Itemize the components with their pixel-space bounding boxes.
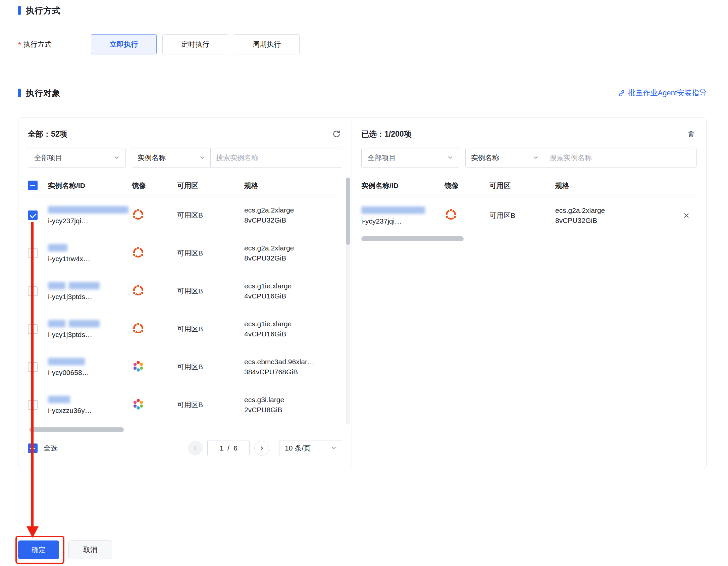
- chevron-down-icon: [114, 154, 119, 162]
- remove-instance-icon[interactable]: [681, 210, 692, 221]
- row-checkbox[interactable]: [28, 248, 38, 258]
- instance-name-redacted: [48, 244, 67, 251]
- link-label: 批量作业Agent安装指导: [628, 88, 707, 98]
- euleros-os-icon: [132, 360, 145, 373]
- next-page-button[interactable]: [254, 441, 269, 456]
- spec-flavor: ecs.g2a.2xlarge: [244, 243, 342, 253]
- selected-panel: 已选：1/200项 全部项目 实例名称: [352, 118, 706, 469]
- instance-name-redacted: [69, 320, 100, 327]
- spec-flavor: ecs.g2a.2xlarge: [555, 205, 661, 216]
- spec-size: 8vCPU32GiB: [244, 215, 342, 225]
- instance-name-redacted: [48, 282, 65, 289]
- availability-zone: 可用区B: [177, 400, 244, 410]
- section-execution-method: 执行方式: [18, 5, 728, 15]
- source-search-group: 实例名称: [132, 148, 342, 168]
- vertical-scrollbar[interactable]: [346, 177, 350, 425]
- instance-row[interactable]: i-ycy1j3ptds… 可用区B ecs.g1ie.xlarge 4vCPU…: [28, 272, 342, 310]
- instance-row[interactable]: i-ycy237jqi… 可用区B ecs.g2a.2xlarge 8vCPU3…: [28, 196, 342, 234]
- project-filter-dropdown[interactable]: 全部项目: [28, 148, 126, 168]
- select-all-checkbox[interactable]: [28, 443, 38, 453]
- instance-row[interactable]: i-ycy1trw4x… 可用区B ecs.g2a.2xlarge 8vCPU3…: [28, 234, 342, 272]
- spec-flavor: ecs.g2a.2xlarge: [244, 205, 342, 215]
- refresh-icon[interactable]: [331, 128, 342, 140]
- scrollbar-thumb[interactable]: [361, 236, 464, 241]
- instance-row[interactable]: i-ycy1j3ptds… 可用区B ecs.g1ie.xlarge 4vCPU…: [28, 310, 342, 348]
- source-filter-row: 全部项目 实例名称: [28, 148, 342, 168]
- availability-zone: 可用区B: [177, 210, 244, 220]
- euleros-os-icon: [132, 398, 145, 411]
- spec-flavor: ecs.g3i.large: [244, 395, 342, 405]
- column-name-id: 实例名称/ID: [48, 181, 132, 190]
- project-filter-dropdown[interactable]: 全部项目: [361, 148, 459, 168]
- section-accent-bar: [18, 89, 21, 97]
- ubuntu-os-icon: [445, 208, 457, 221]
- spec-size: 384vCPU768GiB: [244, 367, 342, 377]
- spec-size: 4vCPU16GiB: [244, 329, 342, 339]
- column-image: 镜像: [132, 181, 177, 190]
- instance-id: i-ycy1trw4x…: [48, 255, 132, 263]
- selected-filter-row: 全部项目 实例名称: [361, 148, 697, 168]
- annotation-arrow-head: [27, 526, 39, 538]
- instance-search-input[interactable]: [211, 148, 342, 167]
- option-immediate-execution[interactable]: 立即执行: [91, 34, 157, 54]
- option-scheduled-execution[interactable]: 定时执行: [162, 34, 228, 54]
- instance-search-input[interactable]: [544, 148, 696, 167]
- selected-instance-row[interactable]: i-ycy237jqi… 可用区B ecs.g2a.2xlarge 8vCPU3…: [361, 196, 697, 234]
- instance-id: i-ycy237jqi…: [361, 217, 445, 225]
- availability-zone: 可用区B: [177, 286, 244, 296]
- select-page-checkbox[interactable]: [28, 181, 38, 190]
- spec-size: 8vCPU32GiB: [244, 253, 342, 263]
- horizontal-scrollbar[interactable]: [361, 236, 697, 241]
- cancel-button[interactable]: 取消: [68, 540, 112, 559]
- search-field-dropdown[interactable]: 实例名称: [466, 148, 544, 167]
- row-checkbox[interactable]: [28, 286, 38, 296]
- row-checkbox[interactable]: [28, 210, 38, 220]
- prev-page-button[interactable]: [188, 441, 203, 456]
- instance-name-redacted: [48, 396, 70, 403]
- spec-flavor: ecs.g1ie.xlarge: [244, 319, 342, 329]
- row-checkbox[interactable]: [28, 362, 38, 372]
- section-title: 执行对象: [26, 88, 61, 99]
- instance-id: i-ycxzzu36y…: [48, 407, 132, 415]
- instance-id: i-ycy1j3ptds…: [48, 331, 132, 339]
- horizontal-scrollbar[interactable]: [28, 427, 342, 432]
- required-asterisk: *: [18, 41, 21, 49]
- option-periodic-execution[interactable]: 周期执行: [234, 34, 300, 54]
- column-spec: 规格: [244, 181, 342, 190]
- instance-row[interactable]: i-ycxzzu36y… 可用区B ecs.g3i.large 2vCPU8Gi…: [28, 386, 342, 424]
- agent-install-guide-link[interactable]: 批量作业Agent安装指导: [618, 88, 707, 98]
- selected-panel-header: 已选：1/200项: [361, 127, 697, 141]
- total-pages: 6: [233, 444, 238, 452]
- pagination: 1 / 6: [188, 440, 269, 456]
- current-page: 1: [219, 444, 223, 452]
- page-size-select[interactable]: 10 条/页: [279, 440, 342, 456]
- row-checkbox[interactable]: [28, 324, 38, 334]
- section-title: 执行方式: [26, 5, 61, 16]
- source-table-header: 实例名称/ID 镜像 可用区 规格: [28, 175, 342, 196]
- select-all-label: 全选: [44, 443, 58, 453]
- page-indicator: 1 / 6: [207, 440, 250, 456]
- trash-icon[interactable]: [685, 128, 697, 140]
- scrollbar-thumb[interactable]: [29, 427, 124, 432]
- scrollbar-thumb[interactable]: [346, 178, 350, 245]
- spec-size: 2vCPU8GiB: [244, 405, 342, 415]
- confirm-button[interactable]: 确定: [18, 540, 59, 559]
- instance-row[interactable]: i-ycy00658… 可用区B ecs.ebmc3ad.96xlar… 384…: [28, 348, 342, 386]
- chevron-down-icon: [200, 154, 205, 162]
- selected-table-header: 实例名称/ID 镜像 可用区 规格: [361, 175, 697, 196]
- instance-id: i-ycy237jqi…: [48, 217, 132, 225]
- chevron-down-icon: [533, 154, 538, 162]
- field-label-text: 执行方式: [23, 40, 52, 49]
- instance-name-redacted: [69, 282, 100, 289]
- column-spec: 规格: [555, 181, 661, 190]
- section-targets-row: 执行对象 批量作业Agent安装指导: [18, 88, 707, 98]
- instance-transfer: 全部：52项 全部项目 实例名称: [18, 117, 707, 469]
- ubuntu-os-icon: [132, 246, 145, 259]
- source-table-footer: 全选 1 / 6: [28, 439, 342, 458]
- instance-name-redacted: [48, 358, 85, 365]
- row-checkbox[interactable]: [28, 400, 38, 410]
- spec-flavor: ecs.g1ie.xlarge: [244, 281, 342, 291]
- ubuntu-os-icon: [132, 284, 145, 297]
- search-field-dropdown[interactable]: 实例名称: [132, 148, 211, 167]
- section-execution-targets: 执行对象: [18, 88, 61, 98]
